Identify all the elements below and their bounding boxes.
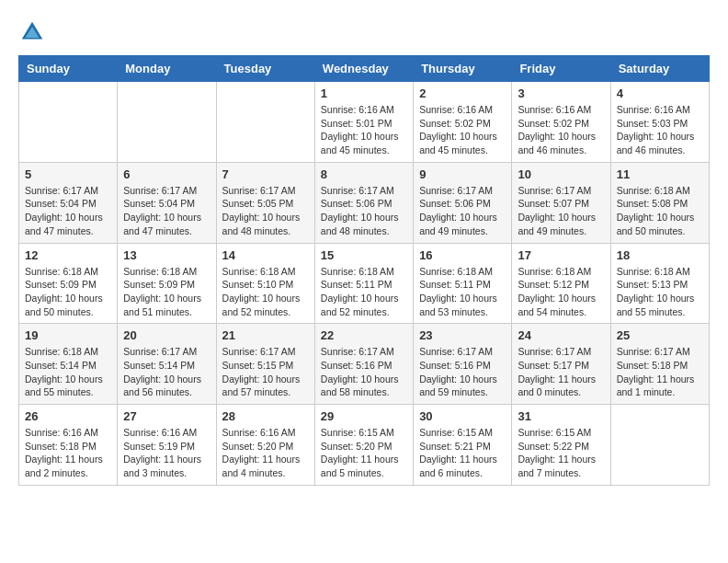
day-number: 29 <box>321 409 407 423</box>
day-number: 22 <box>321 328 407 342</box>
day-number: 7 <box>222 167 309 181</box>
calendar-cell: 10Sunrise: 6:17 AMSunset: 5:07 PMDayligh… <box>512 162 610 243</box>
calendar-cell: 29Sunrise: 6:15 AMSunset: 5:20 PMDayligh… <box>314 405 413 486</box>
day-info: Sunrise: 6:16 AMSunset: 5:19 PMDaylight:… <box>123 426 210 480</box>
calendar-cell: 23Sunrise: 6:17 AMSunset: 5:16 PMDayligh… <box>414 324 512 405</box>
logo <box>18 18 50 46</box>
day-number: 28 <box>222 409 309 423</box>
calendar-cell: 9Sunrise: 6:17 AMSunset: 5:06 PMDaylight… <box>414 162 512 243</box>
weekday-header-cell: Wednesday <box>314 56 413 82</box>
calendar-cell: 2Sunrise: 6:16 AMSunset: 5:02 PMDaylight… <box>414 82 512 163</box>
day-info: Sunrise: 6:17 AMSunset: 5:16 PMDaylight:… <box>419 345 506 399</box>
calendar-cell: 30Sunrise: 6:15 AMSunset: 5:21 PMDayligh… <box>414 405 512 486</box>
day-info: Sunrise: 6:17 AMSunset: 5:04 PMDaylight:… <box>25 184 111 238</box>
day-number: 17 <box>518 248 604 262</box>
day-number: 15 <box>321 248 407 262</box>
day-info: Sunrise: 6:16 AMSunset: 5:20 PMDaylight:… <box>222 426 309 480</box>
day-info: Sunrise: 6:18 AMSunset: 5:10 PMDaylight:… <box>222 265 309 319</box>
calendar-cell: 7Sunrise: 6:17 AMSunset: 5:05 PMDaylight… <box>216 162 314 243</box>
weekday-header-row: SundayMondayTuesdayWednesdayThursdayFrid… <box>19 56 710 82</box>
day-info: Sunrise: 6:18 AMSunset: 5:11 PMDaylight:… <box>419 265 506 319</box>
day-number: 4 <box>617 86 703 100</box>
calendar-week-row: 12Sunrise: 6:18 AMSunset: 5:09 PMDayligh… <box>19 243 710 324</box>
day-number: 21 <box>222 328 309 342</box>
calendar-cell: 13Sunrise: 6:18 AMSunset: 5:09 PMDayligh… <box>118 243 216 324</box>
calendar-cell: 16Sunrise: 6:18 AMSunset: 5:11 PMDayligh… <box>414 243 512 324</box>
calendar-week-row: 5Sunrise: 6:17 AMSunset: 5:04 PMDaylight… <box>19 162 710 243</box>
calendar-week-row: 26Sunrise: 6:16 AMSunset: 5:18 PMDayligh… <box>19 405 710 486</box>
calendar-cell: 20Sunrise: 6:17 AMSunset: 5:14 PMDayligh… <box>118 324 216 405</box>
calendar-cell: 8Sunrise: 6:17 AMSunset: 5:06 PMDaylight… <box>314 162 413 243</box>
page-header <box>18 18 710 46</box>
day-number: 25 <box>617 328 703 342</box>
day-info: Sunrise: 6:16 AMSunset: 5:03 PMDaylight:… <box>617 103 703 157</box>
day-number: 9 <box>419 167 506 181</box>
calendar-cell: 22Sunrise: 6:17 AMSunset: 5:16 PMDayligh… <box>314 324 413 405</box>
weekday-header-cell: Tuesday <box>216 56 314 82</box>
weekday-header-cell: Monday <box>118 56 216 82</box>
day-number: 8 <box>321 167 407 181</box>
day-info: Sunrise: 6:18 AMSunset: 5:14 PMDaylight:… <box>25 345 111 399</box>
day-number: 1 <box>321 86 407 100</box>
calendar-cell: 4Sunrise: 6:16 AMSunset: 5:03 PMDaylight… <box>610 82 709 163</box>
day-info: Sunrise: 6:16 AMSunset: 5:02 PMDaylight:… <box>518 103 604 157</box>
calendar-cell: 11Sunrise: 6:18 AMSunset: 5:08 PMDayligh… <box>610 162 709 243</box>
day-info: Sunrise: 6:16 AMSunset: 5:01 PMDaylight:… <box>321 103 407 157</box>
day-info: Sunrise: 6:17 AMSunset: 5:16 PMDaylight:… <box>321 345 407 399</box>
calendar-cell: 1Sunrise: 6:16 AMSunset: 5:01 PMDaylight… <box>314 82 413 163</box>
calendar-table: SundayMondayTuesdayWednesdayThursdayFrid… <box>18 55 710 486</box>
day-info: Sunrise: 6:18 AMSunset: 5:12 PMDaylight:… <box>518 265 604 319</box>
day-info: Sunrise: 6:18 AMSunset: 5:09 PMDaylight:… <box>25 265 111 319</box>
day-number: 13 <box>123 248 210 262</box>
day-number: 26 <box>25 409 111 423</box>
calendar-cell: 21Sunrise: 6:17 AMSunset: 5:15 PMDayligh… <box>216 324 314 405</box>
day-number: 2 <box>419 86 506 100</box>
day-info: Sunrise: 6:17 AMSunset: 5:06 PMDaylight:… <box>419 184 506 238</box>
calendar-cell: 12Sunrise: 6:18 AMSunset: 5:09 PMDayligh… <box>19 243 118 324</box>
day-info: Sunrise: 6:15 AMSunset: 5:20 PMDaylight:… <box>321 426 407 480</box>
day-number: 23 <box>419 328 506 342</box>
day-number: 16 <box>419 248 506 262</box>
calendar-cell: 27Sunrise: 6:16 AMSunset: 5:19 PMDayligh… <box>118 405 216 486</box>
calendar-cell: 5Sunrise: 6:17 AMSunset: 5:04 PMDaylight… <box>19 162 118 243</box>
calendar-cell: 19Sunrise: 6:18 AMSunset: 5:14 PMDayligh… <box>19 324 118 405</box>
calendar-cell <box>19 82 118 163</box>
calendar-cell: 26Sunrise: 6:16 AMSunset: 5:18 PMDayligh… <box>19 405 118 486</box>
weekday-header-cell: Sunday <box>19 56 118 82</box>
day-info: Sunrise: 6:17 AMSunset: 5:05 PMDaylight:… <box>222 184 309 238</box>
calendar-cell: 25Sunrise: 6:17 AMSunset: 5:18 PMDayligh… <box>610 324 709 405</box>
logo-icon <box>18 18 46 46</box>
weekday-header-cell: Saturday <box>610 56 709 82</box>
day-info: Sunrise: 6:18 AMSunset: 5:09 PMDaylight:… <box>123 265 210 319</box>
day-number: 27 <box>123 409 210 423</box>
day-info: Sunrise: 6:17 AMSunset: 5:15 PMDaylight:… <box>222 345 309 399</box>
day-info: Sunrise: 6:17 AMSunset: 5:07 PMDaylight:… <box>518 184 604 238</box>
calendar-cell: 18Sunrise: 6:18 AMSunset: 5:13 PMDayligh… <box>610 243 709 324</box>
day-info: Sunrise: 6:18 AMSunset: 5:11 PMDaylight:… <box>321 265 407 319</box>
day-number: 30 <box>419 409 506 423</box>
calendar-cell: 17Sunrise: 6:18 AMSunset: 5:12 PMDayligh… <box>512 243 610 324</box>
day-number: 14 <box>222 248 309 262</box>
calendar-cell: 3Sunrise: 6:16 AMSunset: 5:02 PMDaylight… <box>512 82 610 163</box>
day-number: 19 <box>25 328 111 342</box>
day-info: Sunrise: 6:18 AMSunset: 5:08 PMDaylight:… <box>617 184 703 238</box>
day-number: 12 <box>25 248 111 262</box>
day-number: 24 <box>518 328 604 342</box>
day-info: Sunrise: 6:17 AMSunset: 5:04 PMDaylight:… <box>123 184 210 238</box>
calendar-cell: 24Sunrise: 6:17 AMSunset: 5:17 PMDayligh… <box>512 324 610 405</box>
calendar-body: 1Sunrise: 6:16 AMSunset: 5:01 PMDaylight… <box>19 82 710 486</box>
day-number: 3 <box>518 86 604 100</box>
calendar-cell <box>216 82 314 163</box>
day-info: Sunrise: 6:16 AMSunset: 5:18 PMDaylight:… <box>25 426 111 480</box>
calendar-cell: 31Sunrise: 6:15 AMSunset: 5:22 PMDayligh… <box>512 405 610 486</box>
calendar-week-row: 19Sunrise: 6:18 AMSunset: 5:14 PMDayligh… <box>19 324 710 405</box>
calendar-week-row: 1Sunrise: 6:16 AMSunset: 5:01 PMDaylight… <box>19 82 710 163</box>
calendar-cell: 6Sunrise: 6:17 AMSunset: 5:04 PMDaylight… <box>118 162 216 243</box>
day-number: 18 <box>617 248 703 262</box>
day-number: 6 <box>123 167 210 181</box>
day-info: Sunrise: 6:18 AMSunset: 5:13 PMDaylight:… <box>617 265 703 319</box>
calendar-cell <box>610 405 709 486</box>
day-info: Sunrise: 6:17 AMSunset: 5:14 PMDaylight:… <box>123 345 210 399</box>
day-info: Sunrise: 6:17 AMSunset: 5:06 PMDaylight:… <box>321 184 407 238</box>
day-info: Sunrise: 6:17 AMSunset: 5:18 PMDaylight:… <box>617 345 703 399</box>
